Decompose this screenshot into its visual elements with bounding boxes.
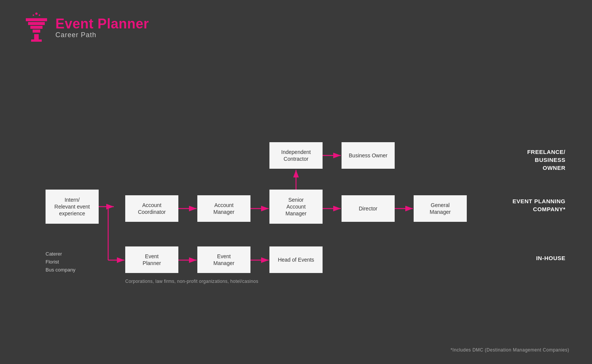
svg-rect-3 xyxy=(33,30,40,33)
svg-point-8 xyxy=(39,14,40,16)
box-director: Director xyxy=(342,195,395,222)
box-account-manager: Account Manager xyxy=(197,195,250,222)
header: Event Planner Career Path xyxy=(23,11,149,45)
box-head-of-events: Head of Events xyxy=(269,246,323,273)
box-account-coordinator: Account Coordinator xyxy=(125,195,178,222)
svg-rect-1 xyxy=(28,22,45,25)
svg-rect-4 xyxy=(34,34,39,40)
svg-point-7 xyxy=(33,14,34,16)
svg-rect-0 xyxy=(26,18,47,21)
header-text: Event Planner Career Path xyxy=(55,16,149,39)
box-event-planner: Event Planner xyxy=(125,246,178,273)
svg-rect-5 xyxy=(31,39,42,42)
label-event-planning-company: EVENT PLANNING COMPANY* xyxy=(512,197,565,213)
page-title: Event Planner xyxy=(55,16,149,31)
logo-icon xyxy=(23,11,50,45)
svg-rect-2 xyxy=(30,26,43,29)
box-business-owner: Business Owner xyxy=(342,142,395,169)
box-event-manager: Event Manager xyxy=(197,246,250,273)
caterer-text: Caterer Florist Bus company xyxy=(46,250,76,274)
label-freelance-business-owner: FREELANCE/ BUSINESS OWNER xyxy=(527,148,565,172)
label-in-house: IN-HOUSE xyxy=(536,254,565,262)
footnote: *Includes DMC (Destination Management Co… xyxy=(450,347,569,353)
svg-point-6 xyxy=(35,13,38,15)
box-general-manager: General Manager xyxy=(414,195,467,222)
box-senior-account-manager: Senior Account Manager xyxy=(269,190,323,224)
diagram: Independent Contractor Business Owner In… xyxy=(23,61,569,334)
box-independent-contractor: Independent Contractor xyxy=(269,142,323,169)
box-intern: Intern/ Relevant event experience xyxy=(46,190,99,224)
corporations-note: Corporations, law firms, non-profit orga… xyxy=(125,279,258,284)
page-subtitle: Career Path xyxy=(55,31,149,39)
